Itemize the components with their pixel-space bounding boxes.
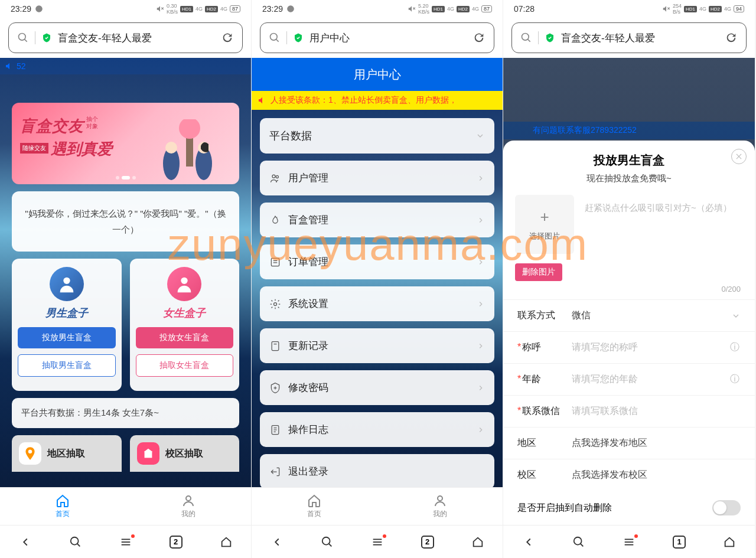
field-wx[interactable]: *联系微信 请填写联系微信 — [503, 395, 755, 427]
svg-point-0 — [35, 5, 43, 12]
quote-card[interactable]: "妈我爱你，倒过来怎么说？" "你爱我吗" "爱。"（换一个） — [12, 191, 239, 252]
svg-point-53 — [574, 537, 582, 544]
search-icon[interactable] — [17, 32, 29, 44]
clock: 07:28 — [514, 4, 535, 14]
refresh-icon[interactable] — [472, 31, 485, 44]
svg-rect-29 — [271, 258, 279, 266]
status-bar: 23:29 5.20KB/s HD1 4G HD2 4G 87 — [252, 0, 503, 18]
svg-marker-15 — [144, 449, 152, 452]
search-nav-icon[interactable] — [572, 536, 585, 549]
phone-screen-form: 07:28 254B/s HD1 4G HD2 4G 94 盲盒交友-年轻人最爱… — [503, 0, 755, 558]
put-male-button[interactable]: 投放男生盲盒 — [18, 327, 116, 348]
chevron-right-icon — [477, 174, 485, 182]
field-campus[interactable]: 校区 点我选择发布校区 — [503, 459, 755, 491]
item-logout[interactable]: 退出登录 — [260, 454, 494, 487]
tabs-count-icon[interactable]: 2 — [421, 536, 434, 549]
menu-nav-icon[interactable] — [371, 536, 384, 549]
clock: 23:29 — [262, 4, 283, 14]
tabs-count-icon[interactable]: 2 — [170, 536, 183, 549]
url-bar[interactable]: 用户中心 — [260, 22, 494, 53]
tabs-count-icon[interactable]: 1 — [673, 536, 686, 549]
modal-title: 投放男生盲盒 — [503, 141, 755, 173]
bookmark-icon — [269, 340, 281, 352]
mute-icon — [156, 5, 164, 13]
home-nav-icon[interactable] — [723, 536, 736, 549]
svg-point-22 — [287, 5, 294, 12]
chevron-right-icon — [477, 300, 485, 308]
svg-point-28 — [276, 175, 278, 178]
stats-card: 平台共有数据：男生14条 女生7条~ — [12, 398, 239, 428]
chevron-down-icon — [475, 131, 485, 141]
chevron-down-icon — [731, 311, 741, 321]
url-bar[interactable]: 盲盒交友-年轻人最爱 — [8, 22, 243, 53]
svg-line-18 — [77, 543, 80, 546]
compass-icon — [286, 5, 295, 13]
back-icon[interactable] — [522, 536, 535, 549]
chevron-right-icon — [477, 216, 485, 224]
item-system-settings[interactable]: 系统设置 — [260, 286, 494, 321]
draw-female-button[interactable]: 抽取女生盲盒 — [136, 354, 234, 377]
search-nav-icon[interactable] — [321, 536, 334, 549]
item-op-log[interactable]: 操作日志 — [260, 412, 494, 447]
campus-extract-card[interactable]: 校区抽取 — [130, 435, 240, 472]
banner[interactable]: 盲盒交友抽个对象 随缘交友遇到真爱 — [12, 103, 239, 184]
shield-icon — [545, 32, 555, 43]
admin-list: 平台数据 用户管理 盲盒管理 订单管理 系统设置 更新记录 — [252, 110, 503, 487]
modal-subtitle: 现在抽投放盒免费哦~ — [503, 173, 755, 184]
male-box-card: 男生盒子 投放男生盲盒 抽取男生盲盒 — [12, 259, 122, 391]
field-age[interactable]: *年龄 请填写您的年龄 ⓘ — [503, 363, 755, 395]
svg-line-43 — [328, 543, 331, 546]
item-platform-data[interactable]: 平台数据 — [260, 118, 494, 154]
item-order-mgmt[interactable]: 订单管理 — [260, 244, 494, 279]
list-icon — [269, 256, 281, 268]
status-bar: 07:28 254B/s HD1 4G HD2 4G 94 — [503, 0, 755, 18]
search-icon[interactable] — [269, 32, 281, 44]
male-box-title: 男生盒子 — [18, 306, 116, 320]
region-extract-card[interactable]: 地区抽取 — [12, 435, 122, 472]
bg-notice: 有问题联系客服2789322252 — [503, 122, 755, 139]
svg-line-50 — [528, 40, 530, 42]
help-icon[interactable]: ⓘ — [729, 341, 741, 354]
close-button[interactable] — [731, 149, 747, 164]
tab-home[interactable]: 首页 — [0, 488, 126, 525]
refresh-icon[interactable] — [725, 31, 738, 44]
field-name[interactable]: *称呼 请填写您的称呼 ⓘ — [503, 331, 755, 363]
item-change-pwd[interactable]: 修改密码 — [260, 370, 494, 405]
search-nav-icon[interactable] — [69, 536, 82, 549]
item-box-mgmt[interactable]: 盲盒管理 — [260, 203, 494, 237]
svg-line-4 — [25, 40, 27, 42]
draw-male-button[interactable]: 抽取男生盲盒 — [18, 354, 116, 377]
back-icon[interactable] — [271, 536, 284, 549]
menu-nav-icon[interactable] — [119, 536, 132, 549]
refresh-icon[interactable] — [221, 31, 234, 44]
plus-icon: + — [540, 208, 549, 226]
search-icon[interactable] — [520, 32, 532, 44]
tab-mine[interactable]: 我的 — [126, 488, 252, 525]
home-nav-icon[interactable] — [471, 536, 484, 549]
female-avatar-icon — [167, 267, 201, 301]
textarea-hint[interactable]: 赶紧说点什么吸引吸引对方~（必填） — [585, 195, 743, 215]
male-avatar-icon — [50, 267, 84, 301]
browser-nav: 2 — [0, 525, 251, 558]
home-nav-icon[interactable] — [220, 536, 233, 549]
back-icon[interactable] — [19, 536, 32, 549]
field-region[interactable]: 地区 点我选择发布地区 — [503, 427, 755, 459]
toggle-switch[interactable] — [712, 500, 741, 515]
couple-illustration — [145, 119, 227, 184]
menu-nav-icon[interactable] — [623, 536, 636, 549]
item-update-log[interactable]: 更新记录 — [260, 328, 494, 363]
help-icon[interactable]: ⓘ — [729, 373, 741, 386]
status-icons: 0.30KB/s HD1 4G HD2 4G 87 — [156, 3, 240, 15]
url-bar[interactable]: 盲盒交友-年轻人最爱 — [511, 22, 747, 53]
put-female-button[interactable]: 投放女生盲盒 — [136, 327, 234, 348]
home-content: 52 盲盒交友抽个对象 随缘交友遇到真爱 "妈我爱你，倒过来怎么说？" "你爱我… — [0, 58, 251, 487]
svg-point-13 — [28, 450, 32, 454]
field-contact[interactable]: 联系方式 微信 — [503, 299, 755, 331]
delete-image-button[interactable]: 删除图片 — [515, 263, 562, 281]
char-count: 0/200 — [503, 285, 755, 299]
upload-image[interactable]: + 选择图片 — [515, 195, 574, 254]
tab-home[interactable]: 首页 — [252, 488, 377, 525]
tab-mine[interactable]: 我的 — [377, 488, 503, 525]
yellow-notice: 人接受该条款：1、禁止站长倒卖盲盒、用户数据， — [252, 91, 503, 110]
item-user-mgmt[interactable]: 用户管理 — [260, 161, 494, 195]
